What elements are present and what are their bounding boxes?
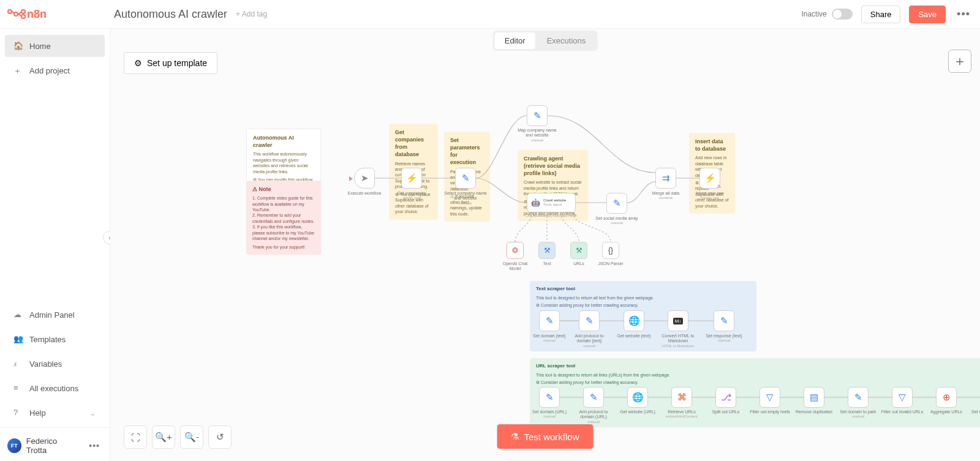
edit-icon: ✎ <box>613 198 621 209</box>
node-insert[interactable]: ⚡⚠ <box>699 168 720 189</box>
node-crawl[interactable]: 🤖 Crawl websiteTools agent <box>527 193 576 212</box>
zoom-in-icon: 🔍+ <box>155 432 172 443</box>
node-u6[interactable]: ▽ <box>760 387 780 408</box>
variable-icon: 𝑥 <box>13 359 23 369</box>
reset-button[interactable]: ↺ <box>208 425 232 449</box>
edit-icon: ✎ <box>533 110 541 121</box>
avatar: FT <box>7 438 21 453</box>
home-icon: 🏠 <box>13 41 23 51</box>
html-icon: ⌘ <box>677 392 687 403</box>
nav-add-project[interactable]: ＋ Add project <box>5 59 105 81</box>
cursor-icon: ➤ <box>361 173 369 184</box>
sticky-note-l2: 2. Remember to add your credentials and … <box>252 212 315 224</box>
openai-icon: ❂ <box>512 246 518 255</box>
cloud-icon: ☁ <box>13 310 23 320</box>
chevron-down-icon: ⌄ <box>89 408 96 418</box>
node-u9[interactable]: ▽ <box>892 387 913 408</box>
fit-view-button[interactable]: ⛶ <box>124 425 147 449</box>
nav-templates[interactable]: 👥 Templates <box>5 328 105 350</box>
share-button[interactable]: Share <box>861 6 901 23</box>
nav-add-project-label: Add project <box>29 66 70 75</box>
node-chat-model[interactable]: ❂ <box>507 242 524 259</box>
undo-icon: ↺ <box>216 432 224 443</box>
node-get-companies[interactable]: ⚡ <box>401 168 422 189</box>
brand-text: n8n <box>27 8 47 21</box>
workflow-menu-button[interactable]: ••• <box>954 8 973 21</box>
nav-variables-label: Variables <box>29 359 62 369</box>
help-icon: ? <box>13 408 23 418</box>
node-urls-tool[interactable]: ⚒ <box>570 242 587 259</box>
test-workflow-button[interactable]: ⚗Test workflow <box>497 424 593 449</box>
node-t1[interactable]: ✎ <box>539 310 560 331</box>
node-t3[interactable]: 🌐 <box>624 310 644 331</box>
workflow-title[interactable]: Autonomous AI crawler <box>114 8 227 21</box>
nav-variables[interactable]: 𝑥 Variables <box>5 353 105 375</box>
node-u5[interactable]: ⎇ <box>715 387 736 408</box>
add-tag-button[interactable]: + Add tag <box>236 10 267 18</box>
node-t4[interactable]: M↓ <box>668 310 688 331</box>
flask-icon: ⚗ <box>511 431 519 442</box>
svg-point-3 <box>21 15 25 18</box>
node-parser[interactable]: {} <box>602 242 619 259</box>
list-icon: ≡ <box>13 383 23 393</box>
merge-icon: ⇉ <box>662 173 670 184</box>
node-map[interactable]: ✎ <box>527 105 548 126</box>
svg-point-1 <box>14 12 18 16</box>
node-u1[interactable]: ✎ <box>539 387 560 408</box>
canvas[interactable]: Editor Executions ⚙Set up template ＋ Aut… <box>110 29 980 461</box>
tool-icon: ⚒ <box>544 246 551 255</box>
dedupe-icon: ▤ <box>810 392 818 403</box>
node-u10[interactable]: ⊕ <box>936 387 957 408</box>
node-text-tool[interactable]: ⚒ <box>538 242 556 259</box>
sticky-note-l1: 1. Complete video guide for this workflo… <box>252 195 315 212</box>
edit-icon: ✎ <box>462 173 470 184</box>
sticky-intro-title: Autonomous AI crawler <box>253 134 314 149</box>
sticky-note-thanks: Thank you for your support! <box>252 244 315 250</box>
node-t5[interactable]: ✎ <box>714 310 734 331</box>
filter-icon: ▽ <box>766 392 774 403</box>
zoom-out-button[interactable]: 🔍- <box>180 425 203 449</box>
markdown-icon: M↓ <box>673 318 684 324</box>
activate-toggle[interactable] <box>832 9 853 20</box>
globe-icon: 🌐 <box>628 315 640 326</box>
zoom-in-button[interactable]: 🔍+ <box>152 425 175 449</box>
users-icon: 👥 <box>13 334 23 344</box>
nav-home-label: Home <box>29 42 51 51</box>
nav-help[interactable]: ? Help ⌄ <box>5 402 105 424</box>
node-u7[interactable]: ▤ <box>804 387 824 408</box>
supabase-icon: ⚡ <box>704 173 716 184</box>
node-u4[interactable]: ⌘ <box>671 387 692 408</box>
inactive-label: Inactive <box>801 10 826 18</box>
user-menu[interactable]: FT Federico Trotta ••• <box>0 430 110 461</box>
expand-icon: ⛶ <box>131 432 140 443</box>
split-icon: ⎇ <box>721 392 731 403</box>
node-t2[interactable]: ✎ <box>579 310 600 331</box>
nav-templates-label: Templates <box>29 335 66 344</box>
svg-point-2 <box>21 10 25 13</box>
user-name: Federico Trotta <box>26 437 77 455</box>
nav-executions[interactable]: ≡ All executions <box>5 377 105 399</box>
sticky-note-title: ⚠ Note <box>252 186 315 193</box>
save-button[interactable]: Save <box>909 6 946 23</box>
node-u2[interactable]: ✎ <box>583 387 604 408</box>
sidebar: 🏠 Home ＋ Add project ☁ Admin Panel 👥 Tem… <box>0 29 110 461</box>
logo[interactable]: n8n <box>7 8 105 21</box>
nav-admin[interactable]: ☁ Admin Panel <box>5 304 105 326</box>
globe-icon: 🌐 <box>632 392 644 403</box>
aggregate-icon: ⊕ <box>943 392 951 403</box>
nav-executions-label: All executions <box>29 384 78 393</box>
node-merge[interactable]: ⇉ <box>655 168 676 189</box>
nav-home[interactable]: 🏠 Home <box>5 35 105 57</box>
node-set-array[interactable]: ✎ <box>606 193 627 214</box>
node-u3[interactable]: 🌐 <box>627 387 648 408</box>
sticky-db-title: Get companies from database <box>395 129 432 159</box>
node-u8[interactable]: ✎ <box>848 387 869 408</box>
filter-icon: ▽ <box>899 392 906 403</box>
tool-icon: ⚒ <box>576 246 582 255</box>
supabase-icon: ⚡ <box>406 173 418 184</box>
svg-point-0 <box>8 10 12 13</box>
node-execute[interactable]: ➤ <box>354 168 375 189</box>
node-select[interactable]: ✎ <box>455 168 476 189</box>
user-menu-dots[interactable]: ••• <box>86 441 102 451</box>
code-icon: {} <box>608 246 613 255</box>
